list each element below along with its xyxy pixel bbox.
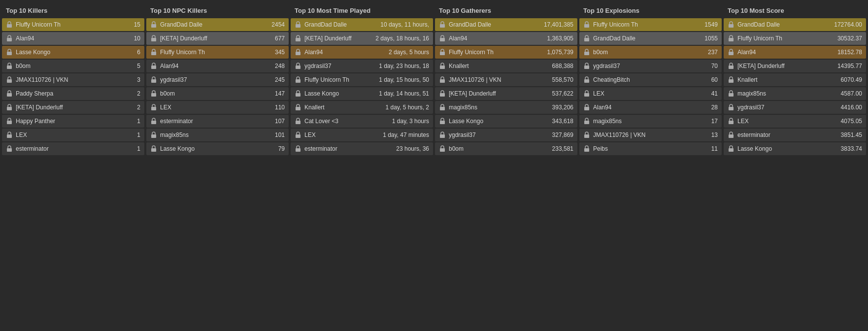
player-name: ygdrasil37 (449, 132, 550, 138)
table-row: LEX1 day, 47 minutes (291, 129, 433, 141)
table-row: Lasse Kongo79 (146, 142, 289, 155)
player-score: 107 (275, 118, 285, 125)
player-name: [KETA] Dunderluff (16, 104, 135, 111)
svg-rect-20 (296, 24, 300, 28)
svg-rect-35 (440, 93, 445, 97)
table-row: esterminator1 (2, 142, 144, 155)
svg-rect-8 (7, 134, 12, 138)
lock-icon (439, 90, 446, 97)
svg-rect-56 (729, 107, 734, 110)
player-score: 10 (134, 35, 140, 42)
svg-rect-31 (440, 38, 445, 41)
table-row: b0om5 (2, 60, 144, 72)
lock-icon (439, 118, 446, 125)
table-row: LEX110 (146, 101, 289, 114)
lock-icon (295, 49, 301, 56)
player-score: 393,206 (552, 104, 573, 111)
svg-rect-15 (151, 93, 156, 97)
player-score: 172764.00 (834, 21, 862, 28)
player-score: 30532.37 (837, 35, 862, 42)
player-name: Alan94 (449, 35, 545, 42)
table-row: LEX4075.05 (724, 115, 866, 128)
svg-rect-27 (296, 121, 300, 124)
lock-icon (6, 145, 13, 152)
player-name: b0om (16, 63, 135, 69)
svg-rect-19 (151, 148, 156, 152)
table-row: Knallert688,388 (435, 60, 577, 72)
player-name: Lasse Kongo (737, 145, 839, 152)
svg-rect-43 (584, 66, 589, 69)
player-score: 688,388 (552, 63, 573, 69)
player-name: Peibs (593, 145, 709, 152)
player-score: 1 day, 14 hours, 51 (379, 90, 429, 97)
table-row: magix85ns101 (146, 129, 289, 141)
player-score: 558,570 (552, 76, 573, 83)
lock-icon (295, 90, 301, 97)
player-name: GrandDad Dalle (160, 21, 269, 28)
lock-icon (439, 49, 446, 56)
table-row: CheatingBitch60 (579, 73, 722, 86)
svg-rect-30 (440, 24, 445, 28)
player-score: 1549 (704, 21, 718, 28)
lock-icon (728, 63, 734, 69)
svg-rect-22 (296, 52, 300, 55)
lock-icon (583, 145, 590, 152)
table-row: ygdrasil371 day, 23 hours, 18 (291, 60, 433, 72)
svg-rect-49 (584, 148, 589, 152)
lock-icon (728, 90, 734, 97)
table-row: Alan942 days, 5 hours (291, 46, 433, 59)
player-score: 60 (711, 76, 718, 83)
svg-rect-21 (296, 38, 300, 41)
player-name: magix85ns (449, 104, 550, 111)
lock-icon (6, 21, 13, 28)
player-name: GrandDad Dalle (304, 21, 378, 28)
lock-icon (6, 49, 13, 56)
player-score: 1 day, 23 hours, 18 (379, 63, 429, 69)
player-name: b0om (160, 90, 273, 97)
player-score: 5 (137, 63, 140, 69)
svg-rect-7 (7, 121, 12, 124)
player-score: 233,581 (552, 145, 573, 152)
table-row: Fluffy Unicorn Th30532.37 (724, 32, 866, 45)
table-row: Cat Lover <31 day, 3 hours (291, 115, 433, 128)
svg-rect-6 (7, 107, 12, 110)
lock-icon (583, 76, 590, 83)
board-npc-killers: Top 10 NPC Killers GrandDad Dalle2454 [K… (146, 4, 289, 156)
player-score: 1 day, 5 hours, 2 (386, 104, 430, 111)
svg-rect-52 (729, 52, 734, 55)
table-row: Fluffy Unicorn Th1,075,739 (435, 46, 577, 59)
lock-icon (583, 118, 590, 125)
player-name: Alan94 (593, 104, 709, 111)
lock-icon (6, 118, 13, 125)
table-row: [KETA] Dunderluff2 days, 18 hours, 16 (291, 32, 433, 45)
lock-icon (583, 132, 590, 138)
svg-rect-5 (7, 93, 12, 97)
svg-rect-29 (296, 148, 300, 152)
lock-icon (439, 35, 446, 42)
table-row: LEX1 (2, 129, 144, 141)
svg-rect-54 (729, 79, 734, 83)
player-score: 70 (711, 63, 718, 69)
lock-icon (295, 132, 301, 138)
player-name: Happy Panther (16, 118, 135, 125)
table-row: ygdrasil374416.00 (724, 101, 866, 114)
table-row: [KETA] Dunderluff537,622 (435, 87, 577, 100)
table-row: b0om147 (146, 87, 289, 100)
lock-icon (728, 76, 734, 83)
player-score: 1,363,905 (547, 35, 573, 42)
player-name: Alan94 (160, 63, 273, 69)
board-title-npc-killers: Top 10 NPC Killers (146, 4, 289, 18)
table-row: LEX41 (579, 87, 722, 100)
board-most-score: Top 10 Most Score GrandDad Dalle172764.0… (724, 4, 866, 156)
lock-icon (6, 63, 13, 69)
lock-icon (728, 118, 734, 125)
player-score: 28 (711, 104, 718, 111)
player-score: 2454 (271, 21, 285, 28)
lock-icon (728, 132, 734, 138)
table-row: JMAX110726 | VKN558,570 (435, 73, 577, 86)
table-row: Fluffy Unicorn Th345 (146, 46, 289, 59)
player-score: 2 (137, 104, 140, 111)
lock-icon (295, 63, 301, 69)
table-row: GrandDad Dalle1055 (579, 32, 722, 45)
board-title-killers: Top 10 Killers (2, 4, 144, 18)
